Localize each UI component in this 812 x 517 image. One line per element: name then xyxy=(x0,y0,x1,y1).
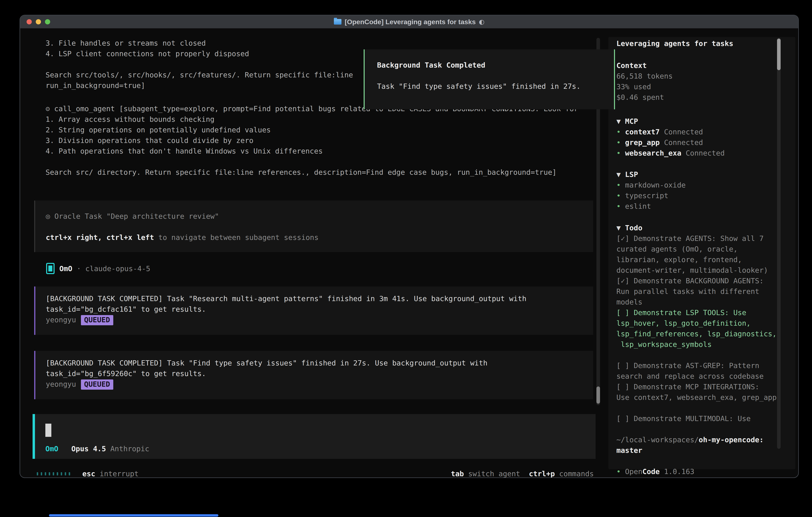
sidebar-scrollbar-track[interactable] xyxy=(777,38,781,449)
window-title: [OpenCode] Leveraging agents for tasks ◐ xyxy=(334,18,485,26)
text-cursor xyxy=(46,424,51,437)
agent-name-line: OmO · claude-opus-4-5 xyxy=(59,263,150,274)
sidebar-lsp-section[interactable]: ▼ LSP• markdown-oxide• typescript• eslin… xyxy=(616,169,686,212)
title-bar: [OpenCode] Leveraging agents for tasks ◐ xyxy=(20,16,798,28)
spinner-dots xyxy=(37,472,73,475)
transcript-top-text: 3. File handles or streams not closed4. … xyxy=(46,38,353,91)
sidebar-scrollbar-thumb[interactable] xyxy=(777,38,781,70)
omo-agent-icon xyxy=(46,263,55,274)
opencode-window: [OpenCode] Leveraging agents for tasks ◐… xyxy=(20,15,799,478)
window-title-text: [OpenCode] Leveraging agents for tasks xyxy=(345,18,476,26)
call-omo-agent-block: ⚙ call_omo_agent [subagent_type=explore,… xyxy=(46,103,578,178)
minimize-button[interactable] xyxy=(36,19,41,24)
prompt-input-area[interactable]: OmO Opus 4.5 Anthropic xyxy=(33,414,596,459)
folder-icon xyxy=(334,19,342,25)
status-bar-right: tab switch agent ctrl+p commands xyxy=(451,468,594,478)
sidebar-mcp-section[interactable]: ▼ MCP• context7 Connected• grep_app Conn… xyxy=(616,116,725,158)
input-model-row: OmO Opus 4.5 Anthropic xyxy=(46,443,149,454)
sidebar-workspace-path: ~/local-workspaces/oh-my-opencode:master xyxy=(616,434,764,456)
close-button[interactable] xyxy=(27,19,32,24)
sidebar-session-title: Leveraging agents for tasks xyxy=(616,38,733,49)
esc-interrupt-hint: esc interrupt xyxy=(82,468,139,478)
half-circle-icon: ◐ xyxy=(479,18,485,26)
background-window-edge xyxy=(49,514,219,517)
sidebar-version-footer: • OpenCode 1.0.163 xyxy=(616,466,694,477)
main-scrollbar-thumb[interactable] xyxy=(597,386,600,404)
sidebar-todo-section[interactable]: ▼ Todo[✓] Demonstrate AGENTS: Show all 7… xyxy=(616,222,777,424)
status-bar-left: esc interrupt xyxy=(37,468,139,478)
sidebar-context-section: Context66,518 tokens33% used$0.46 spent xyxy=(616,60,673,103)
agent-header-row: OmO · claude-opus-4-5 xyxy=(46,263,150,274)
background-task-message-2: [BACKGROUND TASK COMPLETED] Task "Find t… xyxy=(34,351,593,399)
background-task-message-1: [BACKGROUND TASK COMPLETED] Task "Resear… xyxy=(34,287,593,335)
zoom-button[interactable] xyxy=(45,19,50,24)
oracle-task-box: ◎ Oracle Task "Deep architecture review"… xyxy=(34,200,593,252)
window-controls xyxy=(27,16,50,28)
background-task-toast: Background Task CompletedTask "Find type… xyxy=(364,49,615,109)
